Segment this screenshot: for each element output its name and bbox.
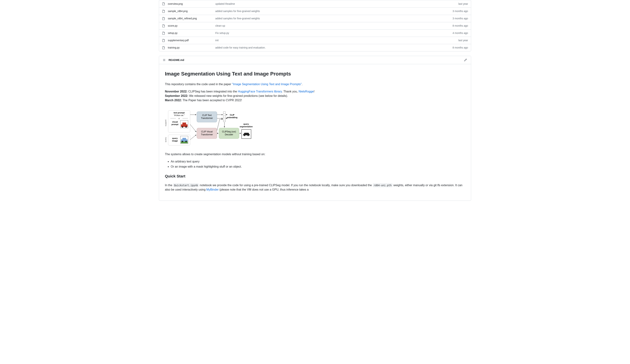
file-name-link[interactable]: sample_rd64_refined.png: [168, 16, 215, 20]
svg-text:image: image: [172, 140, 178, 142]
readme-h1: Image Segmentation Using Text and Image …: [165, 70, 465, 79]
file-row: training.py added code for easy training…: [159, 44, 471, 51]
quickstart-h2: Quick Start: [165, 173, 465, 180]
file-icon: [162, 32, 165, 35]
svg-text:embedding: embedding: [227, 116, 238, 119]
svg-rect-23: [223, 112, 226, 122]
file-time: 8 months ago: [452, 46, 468, 50]
file-commit-link[interactable]: Fix setup.py: [215, 31, 452, 35]
file-name-link[interactable]: score.py: [168, 24, 215, 28]
mybinder-link[interactable]: MyBinder: [206, 188, 219, 191]
svg-point-38: [248, 135, 249, 136]
file-row: supplementary.pdf init last year: [159, 37, 471, 44]
diag-visual-prompt-1: visual: [172, 121, 178, 123]
svg-point-37: [244, 135, 245, 136]
svg-point-15: [182, 141, 183, 142]
svg-text:CLIP Visual: CLIP Visual: [201, 130, 212, 133]
intro-after: .: [302, 83, 302, 86]
file-row: score.py clean-up 8 months ago: [159, 22, 471, 29]
diag-text-prompt: text prompt: [174, 112, 185, 114]
svg-text:CLIP: CLIP: [230, 114, 234, 116]
qs-text: notebook we provide the code for using a…: [199, 184, 372, 187]
news-mar-text: The Paper has been accepted to CVPR 2022…: [182, 99, 242, 102]
news-paragraph: November 2022: CLIPSeg has been integrat…: [165, 89, 465, 103]
news-nov-before: CLIPSeg has been integrated into the: [188, 90, 238, 93]
file-icon: [162, 2, 165, 5]
news-nov-bold: November 2022:: [165, 90, 188, 93]
readme-box: README.md Image Segmentation Using Text …: [159, 56, 471, 201]
svg-text:Decoder: Decoder: [225, 133, 233, 136]
edit-icon[interactable]: [463, 57, 468, 63]
file-name-link[interactable]: training.py: [168, 46, 215, 50]
file-time: 3 months ago: [452, 9, 468, 13]
svg-text:query: query: [172, 137, 178, 139]
file-time: last year: [458, 38, 468, 42]
file-time: 8 months ago: [452, 24, 468, 28]
feature-list: An arbitrary text query Or an image with…: [165, 159, 465, 169]
file-list: overview.png updated Readme last year sa…: [159, 0, 471, 51]
file-commit-link[interactable]: clean-up: [215, 24, 452, 28]
svg-line-41: [190, 135, 196, 140]
paper-link[interactable]: "Image Segmentation Using Text and Image…: [232, 83, 302, 86]
desc-text: The systems allows to create segmentatio…: [165, 152, 465, 157]
svg-text:CLIP Text: CLIP Text: [202, 114, 212, 117]
file-name-link[interactable]: supplementary.pdf: [168, 38, 215, 42]
file-time: last year: [458, 2, 468, 6]
huggingface-link[interactable]: HuggingFace Transformers library: [238, 90, 282, 93]
news-nov-mid: . Thank you,: [282, 90, 298, 93]
qs-code: Quickstart.ipynb: [173, 183, 199, 187]
file-time: 4 months ago: [452, 31, 468, 35]
nielsrogge-link[interactable]: NielsRogge: [298, 90, 314, 93]
file-name-link[interactable]: sample_rd64.png: [168, 9, 215, 13]
diag-support-label: support: [165, 120, 167, 126]
file-row: sample_rd64.png added samples for fine-g…: [159, 7, 471, 15]
svg-point-16: [185, 141, 187, 142]
file-commit-link[interactable]: updated Readme: [215, 2, 458, 6]
file-name-link[interactable]: overview.png: [168, 2, 215, 6]
readme-filename[interactable]: README.md: [168, 58, 463, 62]
readme-body: Image Segmentation Using Text and Image …: [159, 64, 471, 201]
file-row: setup.py Fix setup.py 4 months ago: [159, 29, 471, 37]
diag-visual-prompt-2: prompt: [172, 123, 178, 126]
file-commit-link[interactable]: added samples for fine-grained weights: [215, 9, 452, 13]
svg-rect-5: [182, 123, 186, 125]
svg-text:Transformer: Transformer: [201, 133, 213, 136]
file-icon: [162, 17, 165, 20]
readme-header: README.md: [159, 56, 471, 64]
file-row: sample_rd64_refined.png added samples fo…: [159, 15, 471, 22]
qs-text: In the: [165, 184, 173, 187]
file-commit-link[interactable]: added samples for fine-grained weights: [215, 16, 452, 20]
svg-point-6: [182, 126, 183, 128]
svg-text:CLIPSeg (our): CLIPSeg (our): [222, 130, 236, 133]
news-nov-after: !: [314, 90, 314, 93]
toc-icon[interactable]: [162, 58, 166, 62]
svg-text:segmentation: segmentation: [240, 126, 253, 128]
file-icon: [162, 39, 165, 42]
file-icon: [162, 46, 165, 49]
file-icon: [162, 10, 165, 13]
file-icon: [162, 24, 165, 27]
svg-text:query: query: [244, 123, 249, 125]
news-mar-bold: March 2022:: [165, 99, 182, 102]
news-sep-text: We released new weights for fine-grained…: [188, 94, 288, 97]
diag-text-example: "A blue car.": [174, 114, 185, 116]
svg-point-7: [185, 126, 187, 128]
file-time: 3 months ago: [452, 16, 468, 20]
svg-rect-14: [182, 138, 186, 140]
qs-code: rd64-uni.pth: [373, 183, 392, 187]
quickstart-paragraph: In the Quickstart.ipynb notebook we prov…: [165, 183, 465, 192]
svg-line-40: [190, 124, 196, 132]
architecture-diagram: support query text prompt "A blue car." …: [165, 108, 267, 147]
qs-text: (please note that the VM does not use a …: [218, 188, 308, 191]
svg-text:Transformer: Transformer: [201, 117, 213, 119]
diag-or: or: [178, 117, 180, 119]
file-commit-link[interactable]: added code for easy training and evaluat…: [215, 46, 452, 50]
feature-item: An arbitrary text query: [171, 159, 465, 164]
file-commit-link[interactable]: init: [215, 38, 458, 42]
feature-item: Or an image with a mask highlighting stu…: [171, 165, 465, 169]
file-name-link[interactable]: setup.py: [168, 31, 215, 35]
intro-paragraph: This repository contains the code used i…: [165, 82, 465, 86]
file-row: overview.png updated Readme last year: [159, 0, 471, 7]
news-sep-bold: September 2022:: [165, 94, 188, 97]
diag-query-label: query: [165, 137, 167, 142]
